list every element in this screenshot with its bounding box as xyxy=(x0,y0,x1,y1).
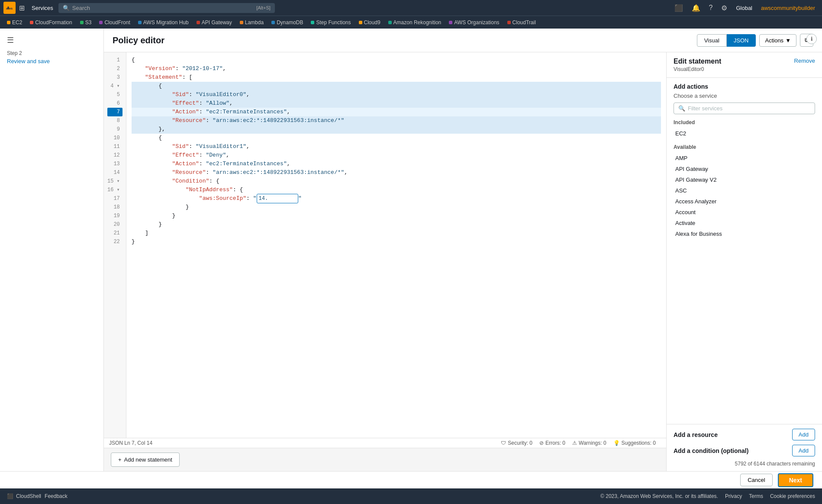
service-item-api-gateway[interactable]: API Gateway xyxy=(674,164,815,174)
add-resource-label: Add a resource xyxy=(674,431,718,438)
review-and-save-link[interactable]: Review and save xyxy=(7,58,50,64)
code-line-14: "Resource": "arn:aws:ec2:*:148922931563:… xyxy=(132,168,661,177)
svg-text:aws: aws xyxy=(6,6,13,10)
add-statement-bar: + Add new statement xyxy=(104,448,666,471)
fav-cloudtrail[interactable]: CloudTrail xyxy=(504,18,539,27)
add-resource-row: Add a resource Add xyxy=(674,429,815,440)
included-services-list: EC2 xyxy=(674,128,815,139)
warnings-status: ⚠ Warnings: 0 xyxy=(572,440,606,446)
page-title: Policy editor xyxy=(113,35,164,45)
editor-body: 1 2 3 4 ▾ 5 6 7 8 9 10 11 12 13 14 xyxy=(104,52,822,471)
tab-json[interactable]: JSON xyxy=(727,34,756,47)
service-item-alexa[interactable]: Alexa for Business xyxy=(674,228,815,239)
lightbulb-icon: 💡 xyxy=(613,440,620,446)
code-line-12: "Effect": "Deny", xyxy=(132,151,661,160)
search-icon: 🔍 xyxy=(63,5,70,11)
account-menu[interactable]: awscommunitybuilder xyxy=(758,3,819,13)
content-area: Policy editor Visual JSON Actions ▼ ⧉ xyxy=(104,29,822,471)
code-line-20: } xyxy=(132,220,661,229)
service-item-amp[interactable]: AMP xyxy=(674,153,815,164)
code-line-15: "Condition": { xyxy=(132,177,661,186)
terms-link[interactable]: Terms xyxy=(749,493,763,499)
search-bar[interactable]: 🔍 [Alt+S] xyxy=(58,3,275,13)
source-ip-input[interactable]: 14. xyxy=(257,194,298,203)
fav-cloudfront[interactable]: CloudFront xyxy=(96,18,133,27)
plus-icon: + xyxy=(118,456,122,463)
actions-button[interactable]: Actions ▼ xyxy=(759,34,796,47)
code-line-3: "Statement": [ xyxy=(132,73,661,82)
filter-services-input-wrap[interactable]: 🔍 xyxy=(674,103,815,114)
main-layout: ☰ Step 2 Review and save Policy editor V… xyxy=(0,29,822,471)
feedback-button[interactable]: Feedback xyxy=(45,493,68,499)
service-item-api-gateway-v2[interactable]: API Gateway V2 xyxy=(674,174,815,185)
fav-lambda[interactable]: Lambda xyxy=(236,18,267,27)
bell-icon[interactable]: 🔔 xyxy=(688,2,704,14)
fav-cloud9[interactable]: Cloud9 xyxy=(355,18,384,27)
cancel-button[interactable]: Cancel xyxy=(740,474,772,486)
grid-icon[interactable]: ⊞ xyxy=(17,2,26,14)
privacy-link[interactable]: Privacy xyxy=(725,493,742,499)
info-icon[interactable]: ℹ xyxy=(806,34,817,44)
next-button[interactable]: Next xyxy=(778,473,813,487)
cloudshell-nav-icon[interactable]: ⬛ xyxy=(671,2,687,14)
available-services-list: AMP API Gateway API Gateway V2 ASC Acces… xyxy=(674,153,815,239)
add-condition-row: Add a condition (optional) Add xyxy=(674,445,815,456)
fav-step-functions[interactable]: Step Functions xyxy=(307,18,354,27)
fav-api-gateway[interactable]: API Gateway xyxy=(193,18,235,27)
favorites-bar: EC2 CloudFormation S3 CloudFront AWS Mig… xyxy=(0,16,822,29)
step-label: Step 2 xyxy=(7,50,97,56)
help-icon[interactable]: ? xyxy=(706,2,716,13)
right-panel-footer: Add a resource Add Add a condition (opti… xyxy=(667,424,822,471)
service-item-access-analyzer[interactable]: Access Analyzer xyxy=(674,196,815,207)
fav-cloudformation[interactable]: CloudFormation xyxy=(26,18,75,27)
search-shortcut: [Alt+S] xyxy=(256,5,271,10)
copyright-text: © 2023, Amazon Web Services, Inc. or its… xyxy=(600,493,718,499)
service-item-asc[interactable]: ASC xyxy=(674,185,815,196)
fav-ec2[interactable]: EC2 xyxy=(3,18,26,27)
code-line-5: "Sid": "VisualEditor0", xyxy=(132,90,661,99)
service-item-account[interactable]: Account xyxy=(674,207,815,218)
fav-migration-hub[interactable]: AWS Migration Hub xyxy=(135,18,192,27)
line-numbers: 1 2 3 4 ▾ 5 6 7 8 9 10 11 12 13 14 xyxy=(104,52,126,438)
search-icon: 🔍 xyxy=(678,105,685,112)
filter-services-input[interactable] xyxy=(688,105,810,112)
code-line-10: { xyxy=(132,134,661,142)
service-item-ec2-included[interactable]: EC2 xyxy=(674,128,815,139)
code-content[interactable]: 1 2 3 4 ▾ 5 6 7 8 9 10 11 12 13 14 xyxy=(104,52,666,438)
chars-remaining: 5792 of 6144 characters remaining xyxy=(674,461,815,467)
fav-organizations[interactable]: AWS Organizations xyxy=(445,18,503,27)
terminal-icon: ⬛ xyxy=(7,493,13,499)
fav-rekognition[interactable]: Amazon Rekognition xyxy=(385,18,445,27)
service-item-activate[interactable]: Activate xyxy=(674,218,815,228)
code-line-13: "Action": "ec2:TerminateInstances", xyxy=(132,160,661,168)
services-nav-button[interactable]: Services xyxy=(28,3,57,13)
cookie-link[interactable]: Cookie preferences xyxy=(770,493,815,499)
right-panel-body: Add actions Choose a service 🔍 Included … xyxy=(667,78,822,424)
remove-statement-link[interactable]: Remove xyxy=(794,58,815,64)
fav-dynamodb[interactable]: DynamoDB xyxy=(268,18,306,27)
right-panel: Edit statement VisualEditor0 Remove Add … xyxy=(666,52,822,471)
footer-action-bar: Cancel Next xyxy=(0,471,822,488)
region-selector[interactable]: Global xyxy=(732,3,756,13)
right-panel-header: Edit statement VisualEditor0 Remove xyxy=(667,52,822,78)
code-line-17: "aws:SourceIp": "14. " xyxy=(132,194,661,203)
add-condition-button[interactable]: Add xyxy=(792,445,815,456)
code-line-6: "Effect": "Allow", xyxy=(132,99,661,108)
add-statement-button[interactable]: + Add new statement xyxy=(111,453,180,467)
tab-visual[interactable]: Visual xyxy=(697,34,727,47)
add-actions-heading: Add actions xyxy=(674,83,815,90)
hamburger-icon[interactable]: ☰ xyxy=(7,35,97,45)
add-resource-button[interactable]: Add xyxy=(792,429,815,440)
code-lines-container: { "Version": "2012-10-17", "Statement": … xyxy=(126,52,666,438)
security-status: 🛡 Security: 0 xyxy=(501,440,532,446)
code-line-18: } xyxy=(132,203,661,212)
fav-s3[interactable]: S3 xyxy=(77,18,95,27)
aws-logo: aws xyxy=(3,2,16,14)
cloudshell-button[interactable]: ⬛ CloudShell xyxy=(7,493,41,499)
editor-header: Policy editor Visual JSON Actions ▼ ⧉ xyxy=(104,29,822,52)
settings-icon[interactable]: ⚙ xyxy=(718,2,731,14)
errors-status: ⊘ Errors: 0 xyxy=(539,440,565,446)
search-input[interactable] xyxy=(72,5,254,11)
code-line-16: "NotIpAddress": { xyxy=(132,186,661,194)
choose-service-label: Choose a service xyxy=(674,93,815,99)
